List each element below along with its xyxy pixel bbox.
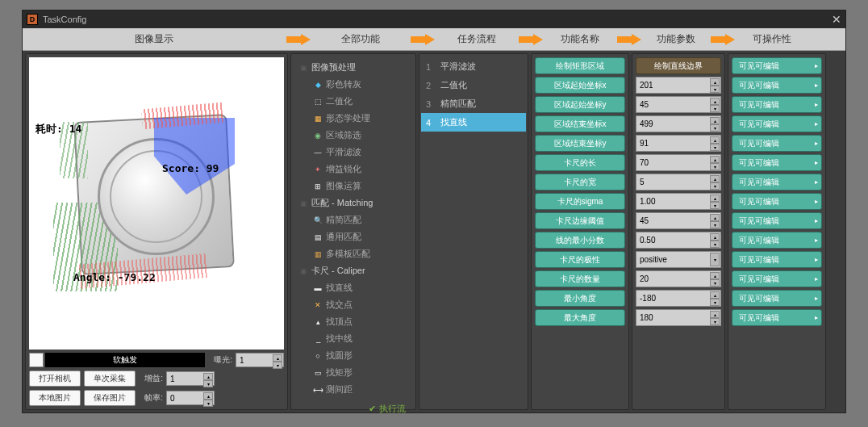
operability-button[interactable]: 可见可编辑▸ xyxy=(732,135,822,152)
param-name-button[interactable]: 最小角度 xyxy=(535,290,625,307)
spin-down-icon[interactable]: ▾ xyxy=(710,318,720,325)
param-name-button[interactable]: 卡尺边缘阈值 xyxy=(535,212,625,229)
param-value-input[interactable]: 0.50▴▾ xyxy=(636,232,721,249)
execute-flow-button[interactable]: ✔ 执行流 xyxy=(293,398,414,420)
spin-down-icon[interactable]: ▾ xyxy=(710,144,720,151)
tree-item[interactable]: ⬚二值化 xyxy=(293,93,414,110)
param-name-button[interactable]: 区域起始坐标x xyxy=(535,77,625,94)
spin-down-icon[interactable]: ▾ xyxy=(273,362,282,369)
spin-down-icon[interactable]: ▾ xyxy=(710,241,720,248)
tree-item[interactable]: ⎯找中线 xyxy=(293,330,414,347)
tree-group[interactable]: ▣匹配 - Matching xyxy=(293,195,414,211)
tree-item[interactable]: ▥多模板匹配 xyxy=(293,245,414,262)
param-value-input[interactable]: 499▴▾ xyxy=(636,115,721,132)
local-image-button[interactable]: 本地图片 xyxy=(29,390,81,406)
param-value-input[interactable]: 1.00▴▾ xyxy=(636,193,721,210)
spin-up-icon[interactable]: ▴ xyxy=(710,78,720,86)
tree-item[interactable]: ◆彩色转灰 xyxy=(293,76,414,93)
operability-button[interactable]: 可见可编辑▸ xyxy=(732,57,822,74)
tree-item[interactable]: ⊞图像运算 xyxy=(293,178,414,195)
param-name-button[interactable]: 卡尺的极性 xyxy=(535,251,625,268)
spin-up-icon[interactable]: ▴ xyxy=(710,291,720,299)
spin-down-icon[interactable]: ▾ xyxy=(710,182,720,190)
param-name-button[interactable]: 线的最小分数 xyxy=(535,232,625,249)
spin-up-icon[interactable]: ▴ xyxy=(203,392,213,400)
tree-item[interactable]: ▴找顶点 xyxy=(293,313,414,330)
spin-up-icon[interactable]: ▴ xyxy=(203,373,213,380)
spin-up-icon[interactable]: ▴ xyxy=(710,214,720,221)
operability-button[interactable]: 可见可编辑▸ xyxy=(732,96,822,113)
spin-down-icon[interactable]: ▾ xyxy=(203,380,213,387)
spin-up-icon[interactable]: ▴ xyxy=(710,233,720,241)
operability-button[interactable]: 可见可编辑▸ xyxy=(732,174,822,190)
flow-step[interactable]: 4找直线 xyxy=(421,113,526,132)
operability-button[interactable]: 可见可编辑▸ xyxy=(732,232,822,249)
param-value-input[interactable]: 45▴▾ xyxy=(636,96,721,113)
spin-up-icon[interactable]: ▴ xyxy=(710,272,720,279)
param-name-button[interactable]: 区域起始坐标y xyxy=(535,96,625,113)
spin-down-icon[interactable]: ▾ xyxy=(710,124,720,132)
spin-down-icon[interactable]: ▾ xyxy=(710,279,720,287)
spin-down-icon[interactable]: ▾ xyxy=(710,221,720,228)
operability-button[interactable]: 可见可编辑▸ xyxy=(732,290,822,307)
spin-up-icon[interactable]: ▴ xyxy=(710,175,720,182)
flow-step[interactable]: 1平滑滤波 xyxy=(421,57,526,76)
save-image-button[interactable]: 保存图片 xyxy=(84,390,136,406)
param-value-input[interactable]: 201▴▾ xyxy=(636,77,721,94)
param-name-button[interactable]: 卡尺的数量 xyxy=(535,270,625,287)
spin-down-icon[interactable]: ▾ xyxy=(203,400,213,407)
param-name-button[interactable]: 最大角度 xyxy=(535,309,625,326)
param-value-input[interactable]: 180▴▾ xyxy=(636,309,721,326)
operability-button[interactable]: 可见可编辑▸ xyxy=(732,193,822,210)
operability-button[interactable]: 可见可编辑▸ xyxy=(732,115,822,132)
flow-step[interactable]: 3精简匹配 xyxy=(421,94,526,113)
open-camera-button[interactable]: 打开相机 xyxy=(29,370,81,387)
spin-down-icon[interactable]: ▾ xyxy=(710,202,720,209)
spin-down-icon[interactable]: ▾ xyxy=(710,86,720,93)
color-swatch[interactable] xyxy=(29,353,44,367)
tree-item[interactable]: ▬找直线 xyxy=(293,279,414,296)
gain-input[interactable]: 1▴▾ xyxy=(166,371,215,386)
spin-up-icon[interactable]: ▴ xyxy=(710,311,720,318)
spin-up-icon[interactable]: ▴ xyxy=(273,354,282,362)
close-icon[interactable]: ✕ xyxy=(832,13,841,26)
param-value-input[interactable]: 45▴▾ xyxy=(636,212,721,229)
param-name-button[interactable]: 卡尺的宽 xyxy=(535,174,625,190)
spin-up-icon[interactable]: ▴ xyxy=(710,98,720,105)
param-header-button[interactable]: 绘制直线边界 xyxy=(636,57,721,74)
param-value-input[interactable]: 70▴▾ xyxy=(636,154,721,171)
param-value-input[interactable]: positive▾ xyxy=(636,251,721,268)
tree-item[interactable]: ✦增益锐化 xyxy=(293,161,414,178)
single-capture-button[interactable]: 单次采集 xyxy=(84,370,136,387)
tree-item[interactable]: ⟷测间距 xyxy=(293,381,414,398)
spin-up-icon[interactable]: ▴ xyxy=(710,136,720,144)
tree-item[interactable]: ◉区域筛选 xyxy=(293,127,414,144)
param-name-button[interactable]: 区域结束坐标x xyxy=(535,115,625,132)
operability-button[interactable]: 可见可编辑▸ xyxy=(732,270,822,287)
spin-down-icon[interactable]: ▾ xyxy=(710,299,720,306)
image-viewport[interactable]: 耗时: 14 Score: 99 Angle: -79.22 xyxy=(29,57,284,350)
param-value-input[interactable]: -180▴▾ xyxy=(636,290,721,307)
tree-item[interactable]: ○找圆形 xyxy=(293,347,414,364)
dropdown-icon[interactable]: ▾ xyxy=(710,253,720,266)
param-value-input[interactable]: 91▴▾ xyxy=(636,135,721,152)
operability-button[interactable]: 可见可编辑▸ xyxy=(732,77,822,94)
tree-item[interactable]: ▤通用匹配 xyxy=(293,228,414,245)
flow-step[interactable]: 2二值化 xyxy=(421,76,526,94)
spin-down-icon[interactable]: ▾ xyxy=(710,163,720,170)
operability-button[interactable]: 可见可编辑▸ xyxy=(732,251,822,268)
operability-button[interactable]: 可见可编辑▸ xyxy=(732,212,822,229)
tree-item[interactable]: ✕找交点 xyxy=(293,296,414,313)
param-name-button[interactable]: 卡尺的长 xyxy=(535,154,625,171)
tree-item[interactable]: ▦形态学处理 xyxy=(293,110,414,127)
operability-button[interactable]: 可见可编辑▸ xyxy=(732,154,822,171)
spin-down-icon[interactable]: ▾ xyxy=(710,105,720,112)
tree-item[interactable]: —平滑滤波 xyxy=(293,144,414,161)
param-value-input[interactable]: 20▴▾ xyxy=(636,270,721,287)
tree-group[interactable]: ▣图像预处理 xyxy=(293,59,414,76)
operability-button[interactable]: 可见可编辑▸ xyxy=(732,309,822,326)
param-name-button[interactable]: 卡尺的sigma xyxy=(535,193,625,210)
soft-trigger-button[interactable]: 软触发 xyxy=(45,353,205,367)
spin-up-icon[interactable]: ▴ xyxy=(710,156,720,163)
exposure-input[interactable]: 1▴▾ xyxy=(236,353,284,367)
